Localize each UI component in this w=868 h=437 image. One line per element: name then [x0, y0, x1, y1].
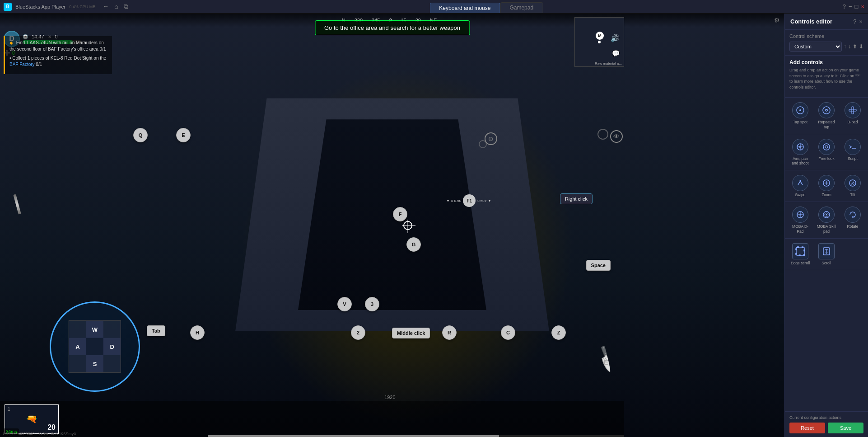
dpad-control-label: D-pad: [847, 120, 858, 124]
app-subtitle: 0.4% CPU MB: [69, 5, 95, 9]
app-logo: B: [4, 3, 12, 11]
dpad-down-label: S: [93, 361, 97, 367]
key-RightClick[interactable]: Right click: [560, 193, 593, 204]
title-bar: B BlueStacks App Player 0.4% CPU MB ← ⌂ …: [0, 0, 868, 14]
key-Q[interactable]: Q: [133, 128, 148, 142]
save-button[interactable]: Save: [828, 423, 863, 433]
key-F[interactable]: F: [393, 207, 407, 221]
hud-gear-icon[interactable]: ⚙: [774, 17, 780, 24]
control-script[interactable]: Script: [841, 137, 864, 167]
scheme-select[interactable]: Custom: [789, 42, 842, 52]
tab-keyboard-mouse[interactable]: Keyboard and mouse: [429, 3, 500, 13]
scroll-icon: [818, 243, 835, 259]
control-aim-pan-shoot[interactable]: Aim, pan and shoot: [789, 137, 812, 167]
scheme-upload-icon[interactable]: ↑: [844, 43, 846, 50]
key-MiddleClick[interactable]: Middle click: [392, 328, 430, 338]
dpad-right[interactable]: D: [103, 338, 121, 355]
objective-marker-1: ◆: [9, 40, 13, 45]
repeated-tap-label: Repeated tap: [817, 120, 836, 129]
key-Tab[interactable]: Tab: [147, 325, 165, 336]
objective-highlight: BAF Factory: [9, 62, 35, 67]
app-name: BlueStacks App Player: [15, 4, 65, 9]
sound-icon[interactable]: 🔊: [611, 34, 620, 42]
scope-overlay-1: [597, 129, 608, 140]
control-swipe[interactable]: Swipe: [789, 173, 812, 199]
dpad-container[interactable]: W A D S: [50, 301, 140, 392]
key-Z[interactable]: Z: [551, 325, 566, 340]
panel-bottom-btns: Reset Save: [789, 423, 863, 433]
eye-icon-1[interactable]: 👁: [610, 130, 623, 143]
control-free-look[interactable]: Free look: [815, 137, 838, 167]
help-icon[interactable]: ?: [843, 3, 846, 10]
close-icon[interactable]: ×: [861, 3, 864, 10]
control-edge-scroll[interactable]: Edge scroll: [789, 241, 812, 267]
quest-banner: Go to the office area and search for a b…: [315, 20, 470, 35]
scope-overlay-2: [479, 140, 487, 148]
scheme-download-icon[interactable]: ↓: [848, 43, 851, 50]
zoom-icon: [818, 175, 835, 191]
moba-dpad-label: MOBA D-Pad: [790, 224, 810, 233]
nav-home[interactable]: ⌂: [112, 3, 120, 10]
rotate-icon: [845, 207, 861, 223]
key-E[interactable]: E: [176, 128, 191, 142]
reset-button[interactable]: Reset: [789, 423, 825, 433]
scheme-export-icon[interactable]: ⬇: [859, 43, 863, 50]
scheme-row: Custom ↑ ↓ ⬆ ⬇: [789, 42, 863, 52]
pos-f1-btn[interactable]: F1: [463, 194, 476, 207]
svg-point-19: [799, 214, 802, 216]
free-look-icon: [818, 139, 835, 155]
key-V[interactable]: V: [337, 297, 352, 311]
control-rotate[interactable]: Rotate: [841, 205, 864, 235]
control-tilt[interactable]: Tilt: [841, 173, 864, 199]
minimize-icon[interactable]: −: [849, 3, 852, 10]
panel-close-icon[interactable]: ×: [859, 18, 863, 25]
dpad-down[interactable]: S: [86, 355, 103, 372]
objective-2: • Collect 1 pieces of KEL-8 Red Dot Sigh…: [9, 55, 107, 68]
nav-restore[interactable]: ⧉: [122, 3, 130, 10]
tilt-label: Tilt: [850, 193, 855, 197]
aim-pan-shoot-label: Aim, pan and shoot: [790, 156, 810, 165]
controls-grid-row4: MOBA D-Pad MOBA Skill pad Rotate: [785, 202, 868, 238]
key-R[interactable]: R: [442, 325, 457, 340]
svg-rect-4: [849, 109, 856, 111]
swipe-label: Swipe: [795, 193, 805, 197]
maximize-icon[interactable]: □: [855, 3, 859, 10]
control-tap-spot[interactable]: Tap spot: [789, 100, 812, 131]
weapon-icon-1: 🔫: [26, 414, 37, 424]
pos-x-label: X 0.50: [451, 199, 461, 203]
chat-icon[interactable]: 💬: [612, 50, 620, 57]
rotate-label: Rotate: [847, 224, 858, 229]
tab-gamepad[interactable]: Gamepad: [500, 2, 543, 13]
key-3[interactable]: 3: [365, 297, 379, 311]
control-moba-skill[interactable]: MOBA Skill pad: [815, 205, 838, 235]
scroll-label: Scroll: [821, 261, 831, 265]
dpad-left[interactable]: A: [69, 338, 86, 355]
control-repeated-tap[interactable]: Repeated tap: [815, 100, 838, 131]
scheme-icons: ↑ ↓ ⬆ ⬇: [844, 43, 863, 50]
nav-back[interactable]: ←: [101, 3, 111, 10]
dpad-up-label: W: [92, 326, 98, 333]
mouse-icon: 🖱: [602, 357, 611, 367]
key-Space[interactable]: Space: [586, 260, 611, 271]
game-viewport: N 330 345 2 15 30 NE ⚙ D 🕐 14:47 ✕ 0: [0, 14, 784, 437]
scheme-import-icon[interactable]: ⬆: [853, 43, 857, 50]
panel-question-icon[interactable]: ?: [853, 18, 856, 25]
panel-spacer: [785, 270, 868, 411]
key-G[interactable]: G: [406, 237, 421, 252]
minimap-player-dot: [598, 41, 601, 43]
key-2[interactable]: 2: [351, 325, 365, 340]
title-bar-nav: ← ⌂ ⧉: [101, 3, 130, 10]
control-zoom[interactable]: Zoom: [815, 173, 838, 199]
control-moba-dpad[interactable]: MOBA D-Pad: [789, 205, 812, 235]
control-scroll[interactable]: Scroll: [815, 241, 838, 267]
objectives: ◆ Find 1 AKS-74UN with rail on Marauders…: [4, 36, 112, 74]
key-C[interactable]: C: [501, 325, 515, 340]
key-H[interactable]: H: [190, 325, 205, 340]
control-dpad[interactable]: D-pad: [841, 100, 864, 131]
crosshair: [403, 221, 412, 230]
dpad-up[interactable]: W: [86, 321, 103, 338]
pos-y-label: 0.50Y: [477, 199, 487, 203]
moba-dpad-icon: [792, 207, 808, 223]
left-weapon-indicator: [16, 194, 19, 214]
svg-rect-3: [852, 107, 854, 114]
